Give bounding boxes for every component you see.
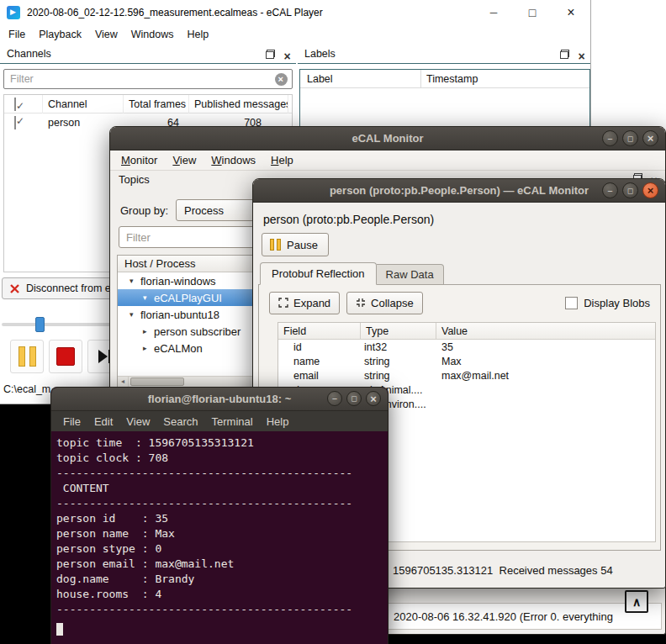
player-window-title: 2020-08-06_02-12-12.596_measurement.ecal…: [27, 0, 323, 25]
pause-button[interactable]: Pause: [262, 233, 329, 256]
menu-edit[interactable]: Edit: [87, 414, 119, 430]
menu-monitor[interactable]: Monitor: [114, 152, 165, 168]
clear-filter-icon[interactable]: [275, 73, 288, 86]
pause-button[interactable]: [10, 340, 44, 373]
column-header-value[interactable]: Value: [436, 323, 655, 340]
table-row[interactable]: email string max@mail.net: [278, 368, 655, 383]
scrollbar-thumb[interactable]: [130, 377, 184, 386]
measurement-path-label: C:\ecal_m: [3, 383, 50, 395]
close-icon[interactable]: [642, 130, 658, 146]
reflection-toolbar: Expand Collapse Display Blobs: [259, 285, 660, 320]
collapse-button[interactable]: Collapse: [346, 292, 423, 314]
minimize-icon[interactable]: [602, 182, 618, 198]
pause-icon: [18, 346, 36, 367]
menu-help[interactable]: Help: [180, 27, 215, 42]
display-blobs-checkbox[interactable]: [565, 297, 578, 309]
menu-search[interactable]: Search: [156, 414, 204, 430]
menu-view[interactable]: View: [119, 414, 156, 430]
menu-view[interactable]: View: [165, 152, 204, 168]
monitor-window-controls: [602, 130, 658, 146]
status-bar-text: 1596705135.313121 Received messages 54: [393, 564, 613, 577]
column-header-timestamp[interactable]: Timestamp: [421, 70, 589, 88]
minimize-icon[interactable]: [327, 391, 342, 406]
labels-dock-title: Labels: [304, 48, 336, 60]
column-header-channel[interactable]: Channel: [43, 95, 124, 113]
expanded-triangle-icon[interactable]: [130, 310, 140, 319]
terminal-cursor: [56, 623, 63, 636]
expand-button[interactable]: Expand: [269, 292, 340, 314]
type-cell: int32: [361, 341, 436, 353]
monitor-titlebar[interactable]: eCAL Monitor: [110, 127, 665, 150]
maximize-icon[interactable]: [346, 391, 362, 406]
reflection-table-header: Field Type Value: [278, 323, 655, 340]
tab-protobuf-reflection[interactable]: Protobuf Reflection: [260, 262, 377, 285]
table-row[interactable]: name string Max: [278, 354, 655, 368]
close-icon[interactable]: [552, 0, 590, 25]
terminal-screen[interactable]: topic time : 1596705135313121 topic cloc…: [51, 431, 388, 644]
maximize-icon[interactable]: [622, 182, 638, 198]
type-cell: string: [361, 356, 436, 367]
menu-help[interactable]: Help: [263, 152, 301, 168]
menu-windows[interactable]: Windows: [204, 152, 263, 168]
close-panel-icon[interactable]: [577, 49, 586, 59]
playback-slider-handle[interactable]: [35, 317, 45, 332]
close-panel-icon[interactable]: [283, 49, 292, 59]
stop-icon: [56, 347, 75, 366]
scroll-to-top-button[interactable]: [625, 590, 648, 613]
column-header-total-frames[interactable]: Total frames: [124, 95, 189, 113]
topic-heading: person (proto:pb.People.Person): [263, 213, 434, 226]
pause-label: Pause: [287, 239, 318, 251]
maximize-icon[interactable]: [513, 0, 552, 25]
float-panel-icon[interactable]: [266, 50, 275, 59]
tree-item-label: florian-windows: [140, 275, 216, 288]
channels-filter-input[interactable]: Filter: [3, 69, 293, 89]
table-row[interactable]: id int32 35: [278, 340, 655, 354]
labels-dock-header[interactable]: Labels: [298, 45, 590, 64]
column-header-type[interactable]: Type: [361, 323, 436, 340]
expanded-triangle-icon[interactable]: [130, 277, 140, 285]
menu-view[interactable]: View: [88, 27, 124, 42]
column-header-field[interactable]: Field: [278, 323, 361, 340]
channels-dock-header[interactable]: Channels: [0, 45, 296, 64]
column-header-published-messages[interactable]: Published messages: [189, 95, 288, 113]
tab-raw-data[interactable]: Raw Data: [377, 264, 444, 285]
menu-windows[interactable]: Windows: [124, 27, 181, 42]
maximize-icon[interactable]: [622, 130, 638, 146]
tree-item-label: person subscriber: [154, 325, 240, 338]
display-blobs-group: Display Blobs: [565, 297, 650, 309]
menu-help[interactable]: Help: [260, 414, 296, 430]
collapsed-triangle-icon[interactable]: [143, 327, 154, 335]
float-panel-icon[interactable]: [560, 50, 569, 59]
player-titlebar[interactable]: 2020-08-06_02-12-12.596_measurement.ecal…: [0, 0, 590, 25]
terminal-window-controls: [327, 391, 381, 406]
topics-dock-title: Topics: [119, 173, 150, 186]
person-titlebar[interactable]: person (proto:pb.People.Person) — eCAL M…: [253, 179, 665, 203]
labels-table-header: Label Timestamp: [300, 70, 589, 88]
log-entry[interactable]: 2020-08-06 16.32.41.920 (Error 0. everyt…: [394, 610, 613, 623]
terminal-titlebar[interactable]: florian@florian-ubuntu18: ~: [51, 388, 388, 411]
expanded-triangle-icon[interactable]: [143, 293, 154, 302]
select-all-checkbox[interactable]: [14, 98, 16, 111]
menu-terminal[interactable]: Terminal: [205, 414, 260, 430]
tree-item-label: eCALMon: [154, 342, 203, 355]
collapsed-triangle-icon[interactable]: [143, 344, 154, 352]
channel-checkbox[interactable]: [14, 116, 16, 129]
value-cell: Max: [436, 356, 655, 367]
menu-file[interactable]: File: [2, 27, 32, 42]
scroll-left-icon[interactable]: [118, 377, 129, 387]
red-x-icon: [9, 283, 20, 294]
menu-file[interactable]: File: [56, 414, 87, 430]
topics-filter-placeholder: Filter: [126, 231, 151, 244]
field-cell: email: [278, 370, 361, 382]
collapse-label: Collapse: [371, 297, 414, 309]
column-header-label[interactable]: Label: [300, 70, 421, 88]
value-cell: max@mail.net: [436, 370, 655, 382]
minimize-icon[interactable]: [474, 0, 513, 25]
close-icon[interactable]: [366, 391, 381, 406]
display-blobs-label: Display Blobs: [584, 297, 650, 309]
menu-playback[interactable]: Playback: [32, 27, 88, 42]
field-cell: name: [278, 356, 361, 367]
minimize-icon[interactable]: [602, 130, 618, 146]
stop-button[interactable]: [49, 340, 82, 373]
close-icon[interactable]: [642, 182, 658, 198]
